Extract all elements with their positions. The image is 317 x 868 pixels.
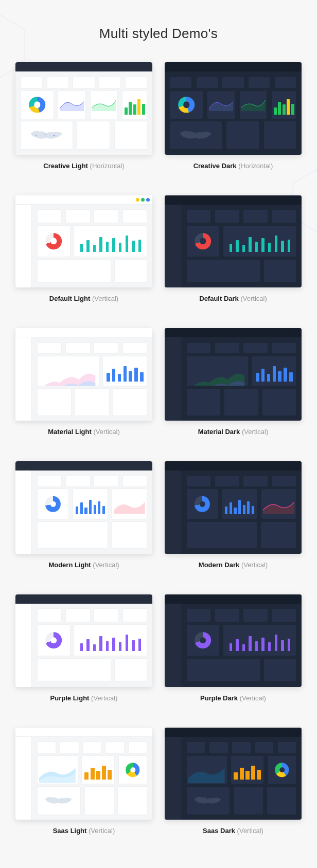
demo-card-modern-dark[interactable]: Modern Dark (Vertical)	[165, 461, 302, 569]
demo-card-default-light[interactable]: Default Light (Vertical)	[15, 195, 152, 303]
demo-card-purple-light[interactable]: Purple Light (Vertical)	[15, 594, 152, 702]
demo-card-creative-light[interactable]: Creative Light (Horizontal)	[15, 62, 152, 170]
demo-caption: Saas Light (Vertical)	[53, 827, 115, 835]
demo-thumb	[15, 328, 152, 421]
demo-card-creative-dark[interactable]: Creative Dark (Horizontal)	[165, 62, 302, 170]
demo-caption: Material Dark (Vertical)	[198, 428, 269, 436]
demo-card-modern-light[interactable]: Modern Light (Vertical)	[15, 461, 152, 569]
demo-caption: Purple Dark (Vertical)	[200, 694, 266, 702]
demo-card-material-light[interactable]: Material Light (Vertical)	[15, 328, 152, 436]
demo-caption: Default Dark (Vertical)	[199, 295, 267, 302]
svg-point-2	[36, 135, 37, 136]
demo-card-saas-dark[interactable]: Saas Dark (Vertical)	[165, 728, 302, 835]
demo-caption: Saas Dark (Vertical)	[203, 827, 263, 835]
demo-thumb	[15, 195, 152, 288]
demo-caption: Modern Light (Vertical)	[48, 561, 119, 569]
demo-caption: Creative Dark (Horizontal)	[193, 162, 273, 170]
demo-thumb	[165, 594, 302, 687]
demo-thumb	[15, 728, 152, 820]
demo-thumb	[165, 195, 302, 288]
demo-card-saas-light[interactable]: Saas Light (Vertical)	[15, 728, 152, 835]
demo-caption: Purple Light (Vertical)	[50, 694, 118, 702]
demo-grid: Creative Light (Horizontal)	[15, 62, 302, 835]
svg-point-3	[44, 134, 45, 135]
demo-thumb	[15, 62, 152, 155]
demo-caption: Modern Dark (Vertical)	[199, 561, 268, 569]
demo-thumb	[165, 461, 302, 554]
demo-thumb	[15, 594, 152, 687]
demo-thumb	[165, 328, 302, 421]
demo-card-default-dark[interactable]: Default Dark (Vertical)	[165, 195, 302, 303]
demo-thumb	[165, 728, 302, 820]
demo-card-material-dark[interactable]: Material Dark (Vertical)	[165, 328, 302, 436]
svg-point-4	[54, 135, 55, 136]
demo-caption: Creative Light (Horizontal)	[43, 162, 125, 170]
demo-thumb	[165, 62, 302, 155]
demo-thumb	[15, 461, 152, 554]
demo-caption: Material Light (Vertical)	[48, 428, 119, 436]
demo-caption: Default Light (Vertical)	[49, 295, 118, 302]
demo-card-purple-dark[interactable]: Purple Dark (Vertical)	[165, 594, 302, 702]
page-title: Multi styled Demo's	[15, 26, 302, 42]
